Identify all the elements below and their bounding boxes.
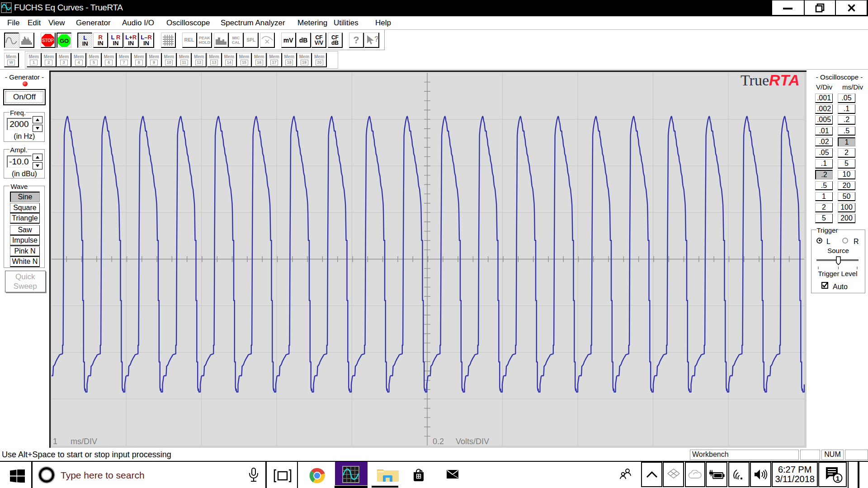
svg-text:STOP: STOP xyxy=(42,38,54,43)
svg-text:1: 1 xyxy=(836,474,840,482)
svg-text:?: ? xyxy=(374,35,378,43)
svg-text:GO: GO xyxy=(60,38,69,44)
